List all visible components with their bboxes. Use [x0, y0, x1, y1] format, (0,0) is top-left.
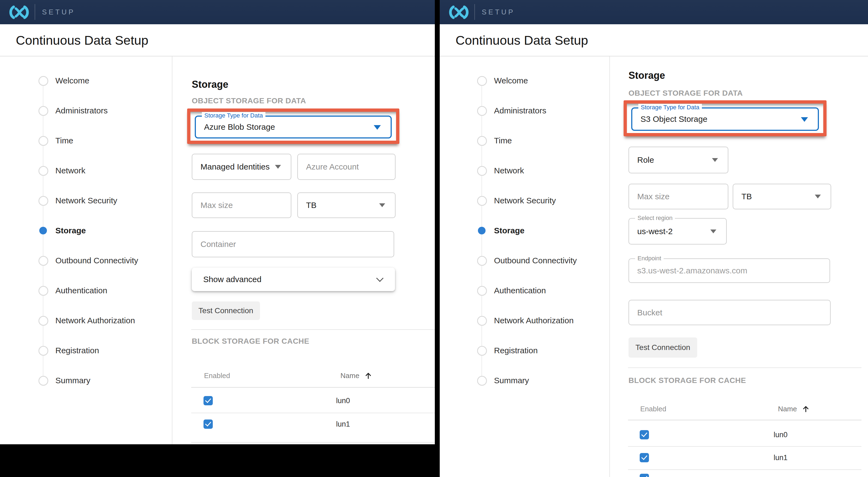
role-select[interactable]: Role: [628, 147, 728, 173]
block-storage-section-label: BLOCK STORAGE FOR CACHE: [192, 337, 309, 346]
delphix-logo-icon: [447, 3, 471, 21]
sidebar-item-welcome[interactable]: Welcome: [55, 76, 89, 85]
column-header-name[interactable]: Name: [778, 405, 810, 413]
step-circle-registration[interactable]: [38, 346, 48, 356]
step-circle-network-security[interactable]: [38, 196, 48, 206]
sidebar-item-summary[interactable]: Summary: [55, 376, 90, 385]
storage-heading: Storage: [192, 79, 228, 90]
step-circle-summary[interactable]: [477, 376, 487, 386]
section-divider: [628, 367, 862, 368]
step-circle-welcome[interactable]: [38, 76, 48, 86]
sort-ascending-icon: [802, 405, 810, 413]
sidebar-item-network-security[interactable]: Network Security: [55, 196, 117, 205]
max-size-input[interactable]: [192, 193, 299, 217]
sidebar-item-welcome[interactable]: Welcome: [494, 76, 528, 85]
row-lun0-name: lun0: [774, 431, 787, 439]
auth-method-select[interactable]: Managed Identities: [192, 154, 291, 180]
bucket-field-wrap: [628, 300, 831, 325]
sidebar-item-network[interactable]: Network: [494, 166, 524, 175]
step-circle-storage-active[interactable]: [478, 227, 486, 234]
column-header-name[interactable]: Name: [340, 372, 372, 380]
storage-type-select[interactable]: Storage Type for Data S3 Object Storage: [631, 107, 819, 131]
sidebar-item-summary[interactable]: Summary: [494, 376, 529, 385]
sidebar-item-administrators[interactable]: Administrators: [55, 106, 108, 115]
step-circle-time[interactable]: [38, 136, 48, 146]
step-circle-outbound-connectivity[interactable]: [38, 256, 48, 266]
test-connection-button[interactable]: Test Connection: [192, 302, 260, 320]
row-lun0-checkbox[interactable]: [204, 396, 213, 405]
region-value: us-west-2: [637, 227, 673, 236]
row-lun0-checkbox[interactable]: [640, 430, 649, 439]
step-circle-welcome[interactable]: [477, 76, 487, 86]
sidebar-item-authentication[interactable]: Authentication: [494, 286, 546, 295]
setup-label: SETUP: [42, 0, 75, 24]
delphix-logo-icon: [7, 3, 31, 21]
role-value: Role: [637, 156, 654, 165]
sidebar-item-storage[interactable]: Storage: [494, 226, 525, 235]
row-lun1-name: lun1: [774, 453, 787, 462]
top-navbar: SETUP: [0, 0, 435, 24]
left-screenshot-azure: SETUP Continuous Data Setup Welcome Admi…: [0, 0, 435, 444]
section-divider: [191, 329, 435, 330]
step-circle-network-authorization[interactable]: [477, 316, 487, 326]
sort-ascending-icon: [364, 372, 372, 380]
step-circle-network-authorization[interactable]: [38, 316, 48, 326]
region-select[interactable]: Select region us-west-2: [628, 218, 727, 244]
row-lun1-checkbox[interactable]: [204, 419, 213, 429]
step-circle-storage-active[interactable]: [39, 227, 47, 234]
sidebar-item-time[interactable]: Time: [55, 136, 73, 145]
step-circle-outbound-connectivity[interactable]: [477, 256, 487, 266]
chevron-down-icon: [815, 195, 821, 198]
sidebar-item-administrators[interactable]: Administrators: [494, 106, 547, 115]
block-storage-section-label: BLOCK STORAGE FOR CACHE: [628, 376, 746, 385]
chevron-down-icon: [801, 117, 808, 122]
endpoint-label: Endpoint: [635, 255, 664, 262]
sidebar-item-registration[interactable]: Registration: [55, 346, 99, 355]
sidebar-item-network[interactable]: Network: [55, 166, 85, 175]
show-advanced-label: Show advanced: [203, 275, 261, 284]
setup-label: SETUP: [482, 0, 515, 24]
step-circle-network[interactable]: [38, 166, 48, 176]
row-lun1-checkbox[interactable]: [640, 453, 649, 462]
comparison-canvas: { "brand": { "product_label": "SETUP" },…: [0, 0, 868, 477]
container-input[interactable]: [192, 232, 402, 257]
right-screenshot-s3: SETUP Continuous Data Setup Welcome Admi…: [440, 0, 868, 477]
storage-type-select[interactable]: Storage Type for Data Azure Blob Storage: [195, 115, 392, 138]
test-connection-button[interactable]: Test Connection: [628, 337, 697, 357]
step-circle-administrators[interactable]: [477, 106, 487, 116]
size-unit-select[interactable]: TB: [297, 193, 396, 218]
object-storage-section-label: OBJECT STORAGE FOR DATA: [628, 89, 743, 98]
row-divider: [628, 446, 862, 447]
sidebar-item-time[interactable]: Time: [494, 136, 512, 145]
sidebar-item-outbound-connectivity[interactable]: Outbound Connectivity: [55, 256, 138, 265]
max-size-input[interactable]: [629, 184, 736, 209]
azure-account-input[interactable]: [298, 154, 403, 179]
sidebar-item-network-security[interactable]: Network Security: [494, 196, 556, 205]
sidebar-item-network-authorization[interactable]: Network Authorization: [55, 316, 135, 325]
title-bar: Continuous Data Setup: [0, 24, 435, 57]
sidebar-item-outbound-connectivity[interactable]: Outbound Connectivity: [494, 256, 577, 265]
step-circle-authentication[interactable]: [477, 286, 487, 296]
step-circle-registration[interactable]: [477, 346, 487, 356]
row-partial-checkbox[interactable]: [640, 474, 649, 477]
column-header-enabled: Enabled: [640, 405, 666, 413]
bucket-input[interactable]: [629, 300, 838, 325]
top-navbar: SETUP: [440, 0, 868, 24]
chevron-down-icon: [374, 125, 381, 130]
sidebar-item-authentication[interactable]: Authentication: [55, 286, 107, 295]
sidebar-item-storage[interactable]: Storage: [55, 226, 86, 235]
show-advanced-expander[interactable]: Show advanced: [192, 268, 395, 291]
size-unit-select[interactable]: TB: [733, 184, 831, 209]
table-header-divider: [628, 420, 862, 420]
step-circle-network-security[interactable]: [477, 196, 487, 206]
highlight-inner: Storage Type for Data S3 Object Storage: [627, 104, 823, 133]
step-circle-network[interactable]: [477, 166, 487, 176]
storage-type-label: Storage Type for Data: [202, 112, 266, 119]
step-circle-time[interactable]: [477, 136, 487, 146]
step-circle-administrators[interactable]: [38, 106, 48, 116]
step-circle-authentication[interactable]: [38, 286, 48, 296]
step-circle-summary[interactable]: [38, 376, 48, 386]
sidebar-item-network-authorization[interactable]: Network Authorization: [494, 316, 574, 325]
row-lun1-name: lun1: [336, 420, 350, 429]
sidebar-item-registration[interactable]: Registration: [494, 346, 538, 355]
